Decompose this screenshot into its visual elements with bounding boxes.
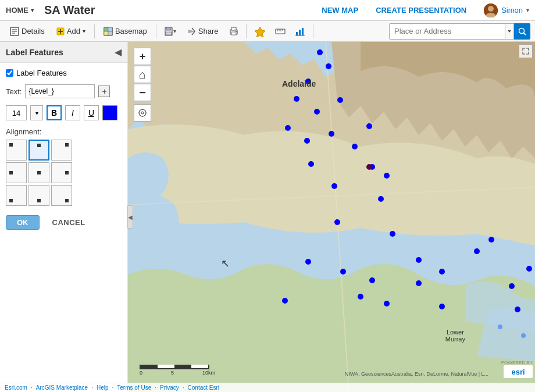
panel-header: Label Features ◀: [0, 42, 127, 63]
svg-point-33: [519, 28, 525, 33]
map-svg: [128, 42, 535, 392]
font-size-dropdown[interactable]: ▾: [30, 105, 43, 120]
map-controls: + ⌂ −: [134, 48, 151, 122]
font-style-row: ▾ B I U: [6, 105, 122, 120]
map-attribution: NIWA, GeosciencesAustralia, Esri, DeLorm…: [209, 371, 488, 377]
add-field-button[interactable]: +: [98, 85, 110, 97]
details-icon: [10, 27, 19, 36]
user-menu[interactable]: Simon ▾: [484, 3, 529, 17]
map-point: [329, 131, 334, 137]
map-expand-button[interactable]: [519, 44, 533, 58]
align-middle-center[interactable]: [28, 162, 49, 183]
svg-marker-32: [508, 30, 511, 33]
contact-link[interactable]: Contact Esri: [188, 384, 219, 391]
underline-button[interactable]: U: [84, 105, 99, 120]
align-bottom-center[interactable]: [28, 185, 49, 206]
map-point: [526, 266, 532, 272]
arcgis-marketplace-link[interactable]: ArcGIS Marketplace: [36, 384, 88, 391]
svg-rect-20: [231, 32, 236, 35]
map-point-light: [498, 325, 502, 329]
map-point-light: [521, 333, 526, 338]
align-top-right[interactable]: [51, 140, 72, 161]
bold-button[interactable]: B: [47, 105, 62, 120]
header: HOME ▾ SA Water NEW MAP CREATE PRESENTAT…: [0, 0, 535, 21]
map-point: [369, 277, 375, 283]
new-map-button[interactable]: NEW MAP: [322, 6, 358, 15]
map-point: [416, 280, 422, 286]
svg-rect-29: [299, 30, 301, 35]
text-field-input[interactable]: [25, 84, 95, 98]
zoom-in-button[interactable]: +: [134, 48, 151, 65]
add-dropdown-icon: ▾: [83, 28, 85, 34]
svg-rect-11: [104, 27, 108, 31]
align-bottom-right[interactable]: [51, 185, 72, 206]
save-dropdown-icon: ▾: [173, 28, 176, 34]
svg-rect-13: [104, 31, 108, 35]
search-input[interactable]: [389, 23, 505, 40]
align-middle-left[interactable]: [6, 162, 27, 183]
collapse-handle[interactable]: ◀: [127, 205, 133, 229]
label-features-checkbox[interactable]: [6, 69, 13, 77]
basemap-button[interactable]: Basemap: [98, 24, 152, 39]
powered-by-label: POWERED BY: [501, 360, 533, 365]
font-color-swatch[interactable]: [102, 105, 117, 120]
esri-watermark: POWERED BY esri: [501, 360, 533, 378]
user-avatar: [484, 3, 498, 17]
zoom-out-button[interactable]: −: [134, 84, 151, 101]
locate-button[interactable]: [134, 104, 151, 122]
text-field-row: Text: +: [6, 84, 122, 98]
map-point: [331, 183, 337, 189]
details-button[interactable]: Details: [5, 24, 50, 39]
toolbar: Details Add ▾ Basemap ▾: [0, 21, 535, 42]
terms-link[interactable]: Terms of Use: [117, 384, 151, 391]
align-top-center[interactable]: [28, 140, 49, 161]
separator-1: [94, 24, 95, 38]
print-button[interactable]: [225, 24, 242, 39]
measure-button[interactable]: [271, 23, 290, 40]
panel-body: Label Features Text: + ▾ B I U Alignment…: [0, 63, 127, 392]
main-area: Label Features ◀ Label Features Text: + …: [0, 42, 535, 392]
map-point: [294, 96, 299, 102]
map-point: [384, 173, 390, 179]
save-button[interactable]: ▾: [160, 24, 180, 39]
esri-link[interactable]: Esri.com: [5, 384, 27, 391]
map-point: [366, 123, 372, 129]
user-name: Simon: [501, 6, 523, 15]
svg-rect-28: [296, 32, 298, 35]
create-presentation-button[interactable]: CREATE PRESENTATION: [376, 6, 466, 15]
cancel-button[interactable]: CANCEL: [44, 215, 94, 230]
separator-4: [313, 24, 313, 38]
align-top-left[interactable]: [6, 140, 27, 161]
map-container[interactable]: Adelaide Lower Murray + ⌂ −: [128, 42, 535, 392]
app-title: SA Water: [44, 3, 95, 17]
ok-button[interactable]: OK: [6, 215, 40, 230]
map-point: [488, 237, 494, 243]
panel-collapse-button[interactable]: ◀: [115, 47, 122, 58]
details-label: Details: [22, 27, 45, 35]
map-point: [317, 49, 323, 55]
home-button[interactable]: HOME ▾: [6, 6, 34, 15]
search-button[interactable]: [514, 23, 530, 40]
align-bottom-left[interactable]: [6, 185, 27, 206]
bookmark-button[interactable]: [250, 23, 270, 40]
map-point: [340, 269, 346, 275]
scale-bar: 0 5 10km: [140, 365, 215, 376]
privacy-link[interactable]: Privacy: [160, 384, 179, 391]
italic-button[interactable]: I: [65, 105, 80, 120]
search-dropdown[interactable]: [505, 23, 514, 40]
search-dropdown-icon: [507, 28, 512, 34]
svg-rect-30: [302, 28, 304, 35]
footer-separator-4: ·: [155, 384, 156, 391]
font-size-input[interactable]: [6, 105, 27, 120]
share-label: Share: [198, 27, 219, 35]
home-map-button[interactable]: ⌂: [134, 66, 151, 83]
map-point: [515, 307, 520, 312]
separator-3: [246, 24, 247, 38]
align-middle-right[interactable]: [51, 162, 72, 183]
add-button[interactable]: Add ▾: [51, 24, 91, 38]
help-link[interactable]: Help: [97, 384, 109, 391]
chart-button[interactable]: [291, 23, 309, 40]
share-button[interactable]: Share: [181, 24, 224, 39]
label-features-checkbox-label[interactable]: Label Features: [6, 69, 67, 77]
add-icon: [56, 27, 65, 35]
